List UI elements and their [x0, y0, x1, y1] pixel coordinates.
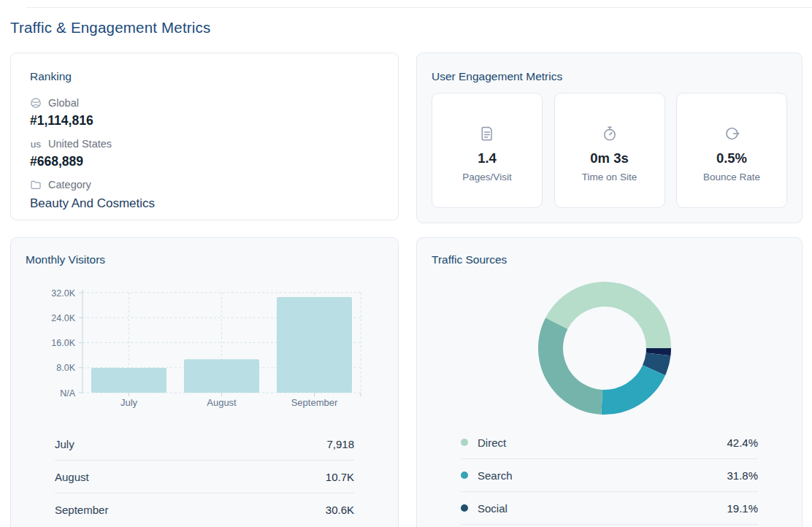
bar-august: [184, 359, 259, 393]
y-axis-label: N/A: [60, 388, 76, 399]
y-axis-label: 32.0K: [51, 288, 75, 299]
table-row-label: September: [55, 504, 108, 516]
table-row-value: 10.7K: [326, 471, 354, 483]
table-row: July 7,918: [55, 428, 354, 461]
metric-card-bounce-rate: 0.5% Bounce Rate: [676, 93, 787, 208]
rank-label-country: United States: [48, 138, 112, 150]
legend-value-social: 19.1%: [727, 502, 758, 515]
donut-segment-search: [538, 318, 602, 415]
x-axis-label: July: [120, 397, 138, 408]
bar-july: [91, 368, 166, 393]
legend-value-direct: 42.4%: [727, 436, 758, 449]
rank-item-category: Category Beauty And Cosmetics: [30, 177, 379, 213]
page-title: Traffic & Engagement Metrics: [10, 19, 210, 36]
table-row-value: 30.6K: [326, 504, 354, 516]
rank-value-global: #1,114,816: [30, 112, 379, 129]
traffic-sources-card: Traffic Sources Direct 42.4% Search 31.8…: [416, 237, 803, 527]
metric-label-time-on-site: Time on Site: [582, 172, 637, 182]
monthly-visitors-bar-chart: N/A8.0K16.0K24.0K32.0KJulyAugustSeptembe…: [26, 282, 385, 409]
table-row-label: August: [55, 471, 89, 483]
monthly-visitors-table: July 7,918 August 10.7K September 30.6K: [55, 428, 354, 526]
metric-card-time-on-site: 0m 3s Time on Site: [554, 93, 665, 208]
ranking-card-title: Ranking: [30, 69, 379, 83]
ranking-card: Ranking Global #1,114,816 us United Stat…: [10, 53, 399, 220]
folder-icon: [30, 179, 42, 191]
monthly-visitors-card: Monthly Visitors N/A8.0K16.0K24.0K32.0KJ…: [10, 237, 399, 527]
legend-dot-social: [461, 504, 468, 512]
monthly-visitors-title: Monthly Visitors: [26, 253, 383, 266]
y-axis-label: 24.0K: [51, 313, 75, 323]
us-flag-text: us: [30, 139, 42, 150]
globe-icon: [30, 97, 42, 109]
rank-value-category: Beauty And Cosmetics: [30, 194, 379, 213]
table-row: September 30.6K: [55, 493, 354, 526]
rank-item-country: us United States #668,889: [30, 136, 379, 170]
donut-segment-social: [601, 365, 665, 415]
bounce-arrow-icon: [723, 125, 740, 142]
legend-row: Direct 42.4%: [461, 426, 758, 459]
rank-value-country: #668,889: [30, 153, 379, 170]
rank-label-category: Category: [48, 179, 91, 191]
file-text-icon: [478, 125, 496, 142]
legend-dot-direct: [461, 439, 468, 446]
legend-label-search: Search: [478, 469, 513, 482]
x-axis-label: August: [207, 397, 237, 408]
legend-label-social: Social: [478, 502, 508, 515]
metric-label-pages-per-visit: Pages/Visit: [462, 172, 511, 182]
metric-label-bounce-rate: Bounce Rate: [703, 172, 760, 182]
table-row-label: July: [55, 438, 74, 450]
metric-card-pages-per-visit: 1.4 Pages/Visit: [432, 93, 543, 208]
stopwatch-icon: [601, 125, 618, 142]
metric-value-bounce-rate: 0.5%: [716, 150, 747, 166]
traffic-sources-title: Traffic Sources: [432, 253, 787, 266]
x-axis-label: September: [291, 397, 338, 408]
table-row: August 10.7K: [55, 461, 354, 493]
rank-item-global: Global #1,114,816: [30, 96, 379, 129]
metric-value-pages-per-visit: 1.4: [478, 150, 497, 166]
metric-value-time-on-site: 0m 3s: [590, 150, 628, 166]
top-divider: [26, 7, 812, 8]
engagement-card: User Engagement Metrics 1.4 Pages/Visit: [416, 53, 803, 223]
rank-label-global: Global: [48, 97, 79, 109]
table-row-value: 7,918: [326, 438, 354, 450]
legend-row: Search 31.8%: [461, 459, 758, 492]
engagement-card-title: User Engagement Metrics: [432, 69, 787, 83]
legend-row: Social 19.1%: [461, 492, 758, 525]
dashboard-page: Traffic & Engagement Metrics Ranking Glo…: [0, 0, 812, 527]
y-axis-label: 8.0K: [56, 363, 75, 373]
bar-september: [277, 297, 352, 393]
traffic-sources-legend: Direct 42.4% Search 31.8% Social 19.1%: [461, 426, 758, 525]
traffic-sources-donut-chart: [532, 282, 678, 416]
legend-dot-search: [461, 472, 468, 479]
y-axis-label: 16.0K: [51, 338, 75, 348]
donut-segment-direct: [545, 282, 671, 348]
legend-value-search: 31.8%: [727, 469, 758, 482]
legend-label-direct: Direct: [478, 436, 506, 449]
